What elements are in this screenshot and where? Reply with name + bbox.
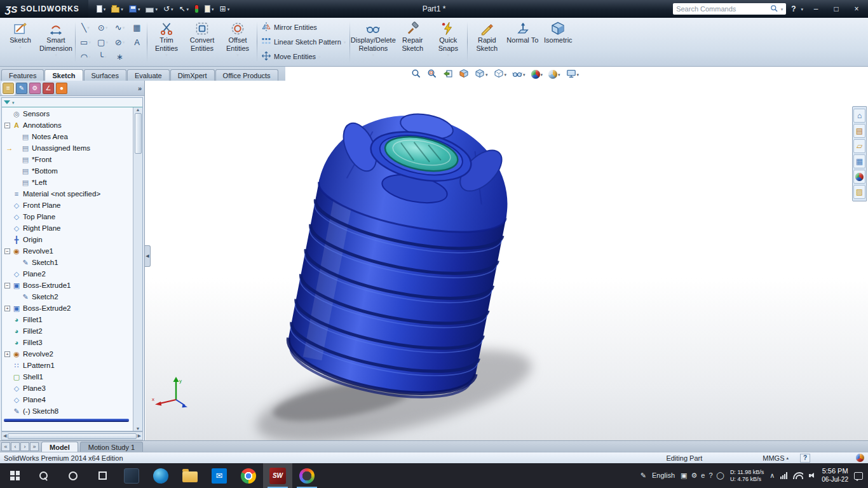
hide-show-items-button[interactable]: ▾	[511, 68, 527, 81]
camera-app-taskbar-button[interactable]	[292, 463, 322, 488]
pane-nav-first-icon[interactable]: «	[1, 442, 10, 451]
straight-slot-tool-button[interactable]: ▢▾	[94, 35, 111, 50]
mirror-entities-button[interactable]: Mirror Entities	[259, 20, 348, 34]
configurationmanager-tab[interactable]: ⚙	[29, 83, 41, 94]
tree-item-annotations[interactable]: −AAnnotations	[2, 119, 133, 131]
task-view-taskbar-button[interactable]	[88, 463, 117, 488]
search-icon[interactable]	[770, 4, 778, 14]
tree-scrollbar[interactable]: ▲ ▼	[133, 107, 142, 431]
normal-to-button[interactable]: Normal To	[505, 19, 540, 65]
tab-sketch[interactable]: Sketch	[44, 69, 83, 81]
tree-item-origin[interactable]: ╋Origin	[2, 234, 133, 245]
tree-item-right-plane[interactable]: ◇Right Plane	[2, 222, 133, 234]
save-button[interactable]: ▾	[127, 4, 142, 14]
minimize-button[interactable]: –	[808, 4, 824, 13]
apply-scene-button[interactable]: ▾	[547, 69, 562, 79]
display-delete-relations-button[interactable]: Display/Delete Relations▾	[351, 19, 395, 65]
tab-surfaces[interactable]: Surfaces	[84, 69, 126, 81]
tree-item-revolve2[interactable]: +◉Revolve2	[2, 348, 133, 360]
scroll-up-icon[interactable]: ▲	[136, 107, 140, 112]
tree-item-lpattern1[interactable]: ∷LPattern1	[2, 360, 133, 371]
move-entities-button[interactable]: Move Entities▾	[259, 50, 348, 64]
appearances-scenes-button[interactable]	[853, 170, 865, 184]
tree-horizontal-scrollbar[interactable]: ◀ ▶	[1, 431, 143, 440]
tree-item-material-not-specified[interactable]: ≡Material <not specified>	[2, 188, 133, 200]
expand-icon[interactable]: +	[4, 306, 10, 311]
tab-office-products[interactable]: Office Products	[215, 69, 278, 81]
tree-item-front[interactable]: ▤*Front	[2, 154, 133, 165]
zoom-to-area-button[interactable]	[426, 68, 438, 81]
help-icon[interactable]: ?	[709, 472, 712, 479]
pen-input-icon[interactable]: ✎	[641, 472, 646, 479]
tree-item-plane3[interactable]: ◇Plane3	[2, 383, 133, 394]
propertymanager-tab[interactable]: ✎	[16, 83, 27, 94]
undo-button[interactable]: ↺▾	[161, 4, 175, 14]
wifi-icon[interactable]	[793, 472, 803, 479]
search-taskbar-button[interactable]	[29, 463, 58, 488]
settings-icon[interactable]: ⚙	[691, 472, 697, 479]
circle-tool-button[interactable]: ⊙▾	[94, 20, 111, 35]
tree-item-left[interactable]: ▤*Left	[2, 177, 133, 188]
scrollbar-thumb[interactable]	[135, 113, 142, 154]
search-commands-box[interactable]: Search Commands ▾	[673, 3, 786, 15]
text-tool-button[interactable]: A	[128, 35, 146, 50]
sketch-fillet-tool-button[interactable]: ╰▾	[94, 50, 111, 64]
rapid-sketch-button[interactable]: Rapid Sketch	[469, 19, 505, 65]
tab-evaluate[interactable]: Evaluate	[127, 69, 170, 81]
tree-item-fillet2[interactable]: ◕Fillet2	[2, 325, 133, 337]
tab-model[interactable]: Model	[41, 442, 78, 452]
tree-item-boss-extrude1[interactable]: −▣Boss-Extrude1	[2, 280, 133, 291]
display-style-button[interactable]: ▾	[492, 68, 508, 81]
custom-properties-button[interactable]: ▨	[853, 185, 865, 199]
chrome-taskbar-button[interactable]	[234, 463, 263, 488]
touch-keyboard-icon[interactable]: ▣	[681, 472, 687, 479]
tree-item-boss-extrude2[interactable]: +▣Boss-Extrude2	[2, 302, 133, 314]
design-library-button[interactable]: ▤	[853, 124, 865, 138]
displaymanager-tab[interactable]: ●	[56, 83, 67, 94]
app-dark-taskbar-button[interactable]	[117, 463, 146, 488]
close-button[interactable]: ×	[849, 4, 864, 13]
cellular-bars-icon[interactable]	[780, 472, 787, 479]
collapse-icon[interactable]: −	[4, 248, 10, 254]
tree-item-sensors[interactable]: ◎Sensors	[2, 108, 133, 119]
speaker-icon[interactable]	[809, 472, 816, 479]
mail-taskbar-button[interactable]: ✉	[205, 463, 234, 488]
view-settings-button[interactable]: ▾	[565, 68, 581, 81]
panel-splitter-handle[interactable]: ◀	[145, 245, 151, 267]
spline-tool-button[interactable]: ∿▾	[111, 20, 128, 35]
pane-nav-next-icon[interactable]: ›	[20, 442, 29, 451]
featuremanager-tab[interactable]: ≡	[3, 83, 14, 94]
status-help-button[interactable]: ?	[800, 454, 810, 463]
print-button[interactable]: ▾	[144, 4, 159, 14]
centerpoint-arc-tool-button[interactable]: ◠▾	[77, 50, 94, 64]
tree-item-front-plane[interactable]: ◇Front Plane	[2, 200, 133, 211]
tab-features[interactable]: Features	[1, 69, 44, 81]
tree-item-shell1[interactable]: ▢Shell1	[2, 371, 133, 383]
tree-item-notes-area[interactable]: ▤Notes Area	[2, 131, 133, 142]
view-palette-button[interactable]: ▦	[853, 154, 865, 168]
corner-rectangle-tool-button[interactable]: ▭▾	[77, 35, 94, 50]
edge-taskbar-button[interactable]	[146, 463, 175, 488]
tree-item-sketch8[interactable]: ✎(-) Sketch8	[2, 405, 133, 417]
action-center-icon[interactable]	[854, 472, 863, 480]
tree-item-sketch2[interactable]: ✎Sketch2	[2, 291, 133, 302]
smart-dimension-button[interactable]: Smart Dimension▾	[38, 19, 74, 65]
zoom-to-fit-button[interactable]	[410, 68, 423, 81]
help-button[interactable]: ?	[791, 4, 796, 13]
trim-entities-button[interactable]: Trim Entities▾	[149, 19, 184, 65]
graphics-viewport[interactable]: y x ⌂▤▱▦▨	[146, 81, 868, 440]
point-tool-button[interactable]: ∗	[111, 50, 128, 64]
convert-entities-button[interactable]: Convert Entities	[184, 19, 220, 65]
sketch-button[interactable]: Sketch▾	[3, 19, 38, 65]
search-input[interactable]: Search Commands	[676, 5, 767, 13]
repair-sketch-button[interactable]: Repair Sketch	[395, 19, 430, 65]
collapse-icon[interactable]: −	[4, 123, 10, 128]
tree-item-unassigned-items[interactable]: →▤Unassigned Items	[2, 142, 133, 154]
select-arrow-button[interactable]: ↖▾	[177, 4, 191, 14]
clock[interactable]: 5:56 PM 06-Jul-22	[822, 467, 848, 484]
tree-item-plane4[interactable]: ◇Plane4	[2, 394, 133, 405]
start-taskbar-button[interactable]	[0, 463, 29, 488]
tree-item-sketch1[interactable]: ✎Sketch1	[2, 257, 133, 268]
filter-funnel-icon[interactable]	[4, 100, 10, 104]
linear-sketch-pattern-button[interactable]: Linear Sketch Pattern▾	[259, 35, 348, 49]
